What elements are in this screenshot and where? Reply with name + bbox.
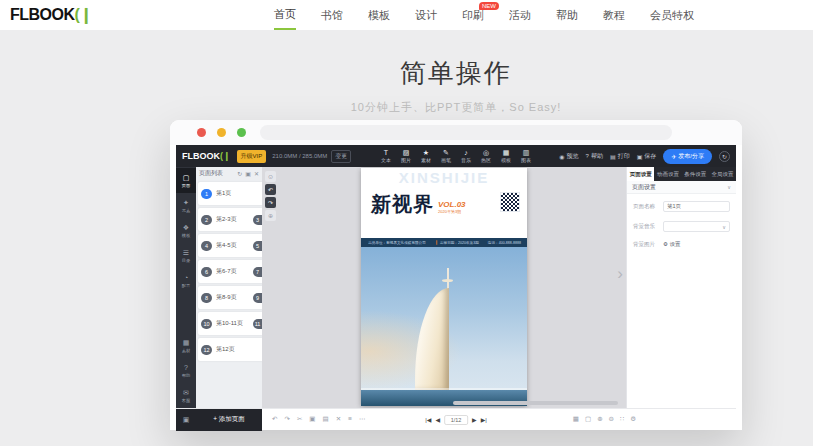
settings-section-header[interactable]: 页面设置 ∨ [627,181,736,194]
tool-material[interactable]: ★素材 [421,149,431,163]
copy-icon[interactable]: ▣ [245,170,251,177]
sidebar-item-elements[interactable]: ✦元素 [176,193,196,218]
nav-item-label: 活动 [509,8,531,23]
tool-template[interactable]: ▦模板 [501,149,511,163]
nav-item-设计[interactable]: 设计 [415,0,437,30]
nav-item-label: 教程 [603,8,625,23]
tab-条件设置[interactable]: 条件设置 [682,167,709,181]
nav-item-印刷[interactable]: 印刷NEW [462,0,484,30]
prev-page-icon[interactable]: ◀ [435,417,440,423]
nav-item-会员特权[interactable]: 会员特权 [650,0,694,30]
page-name-input[interactable]: 第1页 [663,201,730,212]
editor-logo: FLBOOK(❙ [182,151,231,161]
tool-label: 素材 [421,157,431,163]
tool-image[interactable]: ▨图片 [401,149,411,163]
paste-icon[interactable]: ▤ [323,416,329,423]
settings-tabs: 页面设置动画设置条件设置全局设置 [627,167,736,181]
sidebar-item-assets[interactable]: ▦素材 [176,333,196,358]
tab-全局设置[interactable]: 全局设置 [709,167,736,181]
tool-label: 画笔 [441,157,451,163]
paper-plane-icon: ✈ [671,153,676,160]
change-size-button[interactable]: 变更 [331,150,351,163]
nav-item-首页[interactable]: 首页 [274,0,296,30]
cover-info-text: 电话：400-888-8888 [488,240,521,245]
cover-header: XINSHIJIE 新视界 VOL.03 2020年第3期 [361,168,527,238]
thumbnails-icon[interactable]: ▦ [573,416,579,423]
more-icon[interactable]: ⋯ [359,416,366,423]
address-bar[interactable] [260,125,672,140]
tool-music[interactable]: ♪音乐 [461,149,471,163]
last-page-icon[interactable]: ▶| [481,417,487,423]
page-list-item[interactable]: 10第10-11页11 [198,312,262,335]
page-number-input[interactable]: 1/12 [444,415,468,425]
publish-button[interactable]: ✈ 发布/分享 [663,149,712,164]
undo-icon[interactable]: ↶ [272,416,277,423]
tab-页面设置[interactable]: 页面设置 [627,167,654,181]
refresh-icon[interactable]: ↻ [237,170,242,177]
tool-text[interactable]: T文本 [381,149,391,163]
page-list-item[interactable]: 4第4-5页5 [198,234,262,257]
maximize-window-icon[interactable] [237,128,246,137]
tool-label: 热区 [481,157,491,163]
horizontal-scrollbar[interactable] [453,401,618,405]
tool-label: 音乐 [461,157,471,163]
action-preview[interactable]: ◉预览 [559,152,578,161]
page-list-item[interactable]: 2第2-3页3 [198,208,262,231]
sidebar-item-catalog[interactable]: ☰目录 [176,243,196,268]
refresh-account-icon[interactable]: ↻ [719,151,730,162]
nav-item-活动[interactable]: 活动 [509,0,531,30]
redo-icon[interactable]: ↷ [284,416,289,423]
page-list-item[interactable]: 1第1页 [198,182,262,205]
fullscreen-icon[interactable]: ∷ [620,416,624,423]
background-music-select[interactable]: ∨ [663,221,730,232]
tool-hotspot[interactable]: ◎热区 [481,149,491,163]
zoom-out-icon[interactable]: ⊖ [609,416,614,423]
minimize-window-icon[interactable] [217,128,226,137]
sidebar-item-config[interactable]: ◔配置 [176,268,196,293]
tool-chart[interactable]: ▥图表 [521,149,531,163]
zoom-in-icon[interactable]: ⊕ [597,416,602,423]
vip-badge[interactable]: 升级VIP [237,150,267,163]
cut-icon[interactable]: ✂ [297,416,302,423]
page-list-item[interactable]: 8第8-9页9 [198,286,262,309]
action-save[interactable]: ▣保存 [637,152,657,161]
settings-icon[interactable]: ⊙ [265,171,276,182]
delete-icon[interactable]: ✕ [336,416,341,423]
nav-item-教程[interactable]: 教程 [603,0,625,30]
next-page-arrow[interactable]: › [617,265,623,282]
add-page-button[interactable]: + 添加页面 [196,409,262,431]
page-badge-left: 12 [201,345,212,355]
sidebar-item-service[interactable]: ✉客服 [176,383,196,408]
nav-item-帮助[interactable]: 帮助 [556,0,578,30]
action-help[interactable]: ?帮助 [586,152,603,161]
next-page-icon[interactable]: ▶ [472,417,477,423]
site-logo[interactable]: FLBOOK(❙ [10,5,92,24]
edit-history-icons: ↶↷✂▣▤✕≡⋯ [272,416,365,423]
page-list-item[interactable]: 12第12页 [198,338,262,361]
settings-icon[interactable]: ⚙ [630,416,636,423]
delete-icon[interactable]: ✕ [254,170,259,177]
nav-item-书馆[interactable]: 书馆 [321,0,343,30]
fit-icon[interactable]: ▢ [585,416,591,423]
tab-动画设置[interactable]: 动画设置 [654,167,681,181]
close-window-icon[interactable] [197,128,206,137]
nav-item-模板[interactable]: 模板 [368,0,390,30]
page-list-item[interactable]: 6第6-7页7 [198,260,262,283]
background-image-settings-button[interactable]: ⚙ 设置 [663,241,680,248]
sidebar-item-pages[interactable]: ▢页面 [176,168,196,193]
redo-icon[interactable]: ↷ [265,197,276,208]
sidebar-item-support[interactable]: ?帮助 [176,358,196,383]
lock-icon[interactable]: ⊕ [265,210,276,221]
canvas-board-icon[interactable]: ▣ [176,409,196,431]
first-page-icon[interactable]: |◀ [425,417,431,423]
magazine-cover-page[interactable]: XINSHIJIE 新视界 VOL.03 2020年第3期 出品单位：新视界文化… [361,168,527,406]
rail-label: 客服 [182,397,191,402]
copy-icon[interactable]: ▣ [309,416,315,423]
tool-brush[interactable]: ✎画笔 [441,149,451,163]
page-label: 第8-9页 [216,293,237,302]
action-print[interactable]: ▤打印 [610,152,630,161]
sidebar-item-templates[interactable]: ❖模板 [176,218,196,243]
align-icon[interactable]: ≡ [348,416,352,423]
editor-bottom-bar: ▣ + 添加页面 ↶↷✂▣▤✕≡⋯ |◀ ◀ 1/12 ▶ ▶| ▦▢⊕⊖∷⚙ [176,408,736,430]
undo-icon[interactable]: ↶ [265,184,276,195]
